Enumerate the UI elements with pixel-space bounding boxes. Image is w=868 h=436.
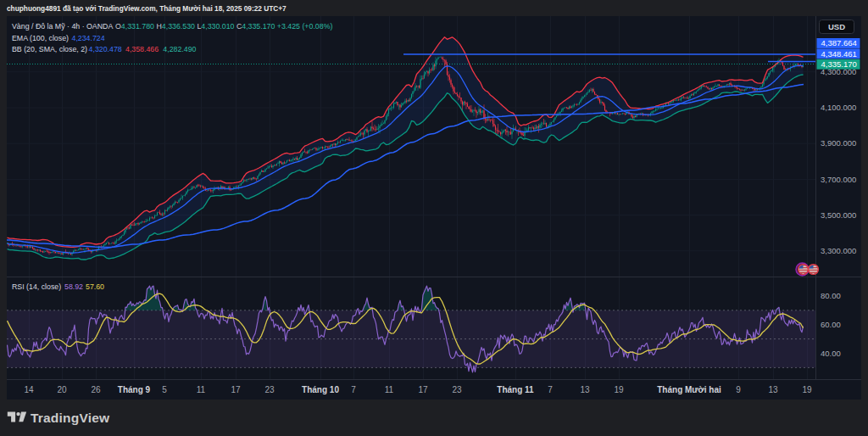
svg-text:RSI (14, close): RSI (14, close)	[12, 282, 61, 291]
svg-text:80.00: 80.00	[821, 291, 841, 300]
svg-text:Tháng 9: Tháng 9	[118, 385, 151, 394]
svg-text:40.00: 40.00	[821, 349, 841, 358]
svg-text:3,700.000: 3,700.000	[821, 175, 856, 184]
svg-text:17: 17	[231, 385, 241, 394]
svg-text:Tháng 10: Tháng 10	[302, 385, 339, 394]
svg-text:58.92: 58.92	[64, 282, 83, 291]
svg-text:chuphuong4891 đã tạo với Tradi: chuphuong4891 đã tạo với TradingView.com…	[7, 4, 287, 13]
svg-text:13: 13	[768, 385, 778, 394]
svg-text:4,320.478: 4,320.478	[89, 45, 122, 53]
svg-text:3,900.000: 3,900.000	[821, 138, 856, 148]
svg-text:4,282.490: 4,282.490	[163, 45, 196, 53]
svg-text:4,358.466: 4,358.466	[125, 45, 159, 53]
svg-text:11: 11	[385, 385, 394, 394]
svg-text:20: 20	[57, 385, 67, 394]
svg-text:7: 7	[351, 385, 356, 394]
svg-text:4,348.461: 4,348.461	[821, 49, 857, 59]
svg-text:4,335.170: 4,335.170	[821, 59, 857, 69]
svg-text:19: 19	[614, 385, 624, 394]
svg-text:Tháng Mười hai: Tháng Mười hai	[657, 385, 721, 394]
svg-text:3,300.000: 3,300.000	[821, 246, 856, 255]
svg-text:9: 9	[736, 385, 741, 394]
svg-text:TradingView: TradingView	[31, 411, 110, 425]
svg-text:4,387.664: 4,387.664	[821, 38, 857, 48]
svg-text:BB (20, SMA, close, 2): BB (20, SMA, close, 2)	[12, 45, 87, 53]
svg-text:11: 11	[197, 385, 206, 394]
svg-text:23: 23	[264, 385, 275, 394]
svg-text:3,500.000: 3,500.000	[821, 210, 856, 220]
svg-text:O4,331.780 H4,336.530 L4,330.0: O4,331.780 H4,336.530 L4,330.010 C4,335.…	[115, 22, 332, 31]
svg-text:57.60: 57.60	[86, 282, 104, 291]
svg-text:60.00: 60.00	[821, 320, 841, 329]
svg-text:23: 23	[452, 385, 462, 394]
svg-text:4,234.724: 4,234.724	[72, 34, 105, 42]
svg-text:5: 5	[162, 385, 167, 394]
svg-text:17: 17	[418, 385, 428, 394]
svg-text:26: 26	[91, 385, 101, 394]
svg-text:7: 7	[548, 385, 553, 394]
svg-text:Vàng / Đô la Mỹ · 4h · OANDA: Vàng / Đô la Mỹ · 4h · OANDA	[12, 22, 113, 31]
svg-text:14: 14	[24, 385, 34, 394]
svg-text:Tháng 11: Tháng 11	[497, 385, 534, 394]
svg-text:19: 19	[802, 385, 812, 394]
svg-text:USD: USD	[828, 22, 845, 31]
svg-text:13: 13	[580, 385, 590, 394]
svg-text:4,100.000: 4,100.000	[821, 103, 856, 112]
svg-text:EMA (100, close): EMA (100, close)	[12, 34, 69, 42]
